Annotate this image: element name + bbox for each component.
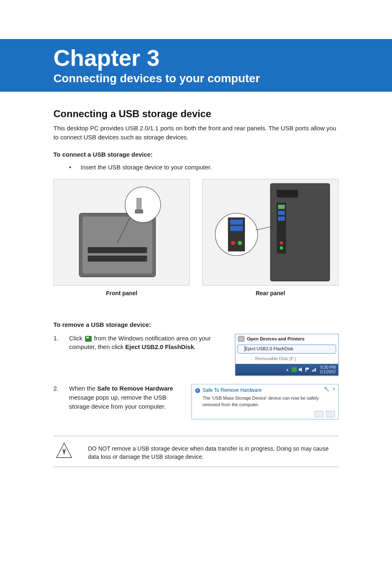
open-devices-item[interactable]: Open Devices and Printers xyxy=(235,334,338,344)
svg-rect-5 xyxy=(137,198,141,210)
notify-actions: 🔧 ✕ xyxy=(324,386,336,393)
svg-rect-10 xyxy=(277,202,286,253)
step2-post: message pops up, remove the USB storage … xyxy=(69,394,166,410)
clock-date: 1/1/2002 xyxy=(320,370,336,374)
svg-rect-11 xyxy=(278,204,285,208)
warning-block: DO NOT remove a USB storage device when … xyxy=(53,436,339,467)
devices-printers-icon xyxy=(238,336,244,342)
svg-rect-27 xyxy=(312,370,313,372)
step1-bold: Eject USB2.0 FlashDisk xyxy=(125,343,194,350)
wrench-icon[interactable]: 🔧 xyxy=(324,386,330,393)
notify-footer xyxy=(195,411,335,417)
close-icon[interactable]: ✕ xyxy=(332,386,336,393)
taskbar: ▴ 8:30 PM 1/1/2002 xyxy=(235,364,338,375)
svg-rect-3 xyxy=(88,255,147,261)
safe-remove-notification: 🔧 ✕ Safe To Remove Hardware The 'USB Mas… xyxy=(191,384,339,419)
svg-rect-9 xyxy=(277,190,298,197)
step1-pre: Click xyxy=(69,335,84,342)
svg-point-14 xyxy=(280,241,283,244)
page: Chapter 3 Connecting devices to your com… xyxy=(0,39,392,583)
eject-popup: Open Devices and Printers Eject USB2.0 F… xyxy=(235,334,339,376)
step-2: 2. When the Safe to Remove Hardware mess… xyxy=(53,384,339,419)
svg-rect-2 xyxy=(88,247,147,253)
step-2-text: When the Safe to Remove Hardware message… xyxy=(69,384,191,411)
content-area: Connecting a USB storage device This des… xyxy=(0,92,392,467)
connect-subheading: To connect a USB storage device: xyxy=(53,151,339,158)
svg-point-21 xyxy=(238,241,242,245)
svg-rect-26 xyxy=(307,368,309,370)
svg-point-15 xyxy=(280,246,283,250)
chapter-banner: Chapter 3 Connecting devices to your com… xyxy=(0,39,392,92)
footer-button-1[interactable] xyxy=(314,411,323,417)
connect-bullet-text: Insert the USB storage device to your co… xyxy=(81,164,212,171)
connect-bullet-row: • Insert the USB storage device to your … xyxy=(69,164,339,171)
system-clock[interactable]: 8:30 PM 1/1/2002 xyxy=(320,365,336,374)
removable-disk-label: Removable Disk (F:) xyxy=(255,356,296,362)
svg-rect-12 xyxy=(278,211,285,215)
svg-rect-13 xyxy=(278,216,285,220)
front-panel-col: Front panel xyxy=(53,179,190,296)
step2-bold: Safe to Remove Hardware xyxy=(97,385,173,392)
svg-point-4 xyxy=(125,187,161,222)
chapter-subtitle: Connecting devices to your computer xyxy=(53,72,392,85)
step2-pre: When the xyxy=(69,385,97,392)
eject-label: Eject USB2.0 FlashDisk xyxy=(245,346,293,351)
warning-text: DO NOT remove a USB storage device when … xyxy=(88,442,339,461)
open-devices-label: Open Devices and Printers xyxy=(247,336,304,342)
step-1-text: Click from the Windows notification area… xyxy=(69,334,235,352)
chapter-title: Chapter 3 xyxy=(53,46,392,69)
notify-title: Safe To Remove Hardware xyxy=(203,387,262,394)
network-icon[interactable] xyxy=(311,367,316,372)
step-1: 1. Click from the Windows notification a… xyxy=(53,334,339,376)
panel-illustrations: Front panel xyxy=(53,179,339,296)
step1-end: . xyxy=(194,343,196,350)
svg-point-20 xyxy=(231,241,235,245)
warning-icon xyxy=(53,442,75,459)
clock-time: 8:30 PM xyxy=(321,365,336,370)
eject-item[interactable]: Eject USB2.0 FlashDisk xyxy=(238,345,336,354)
bullet-mark: • xyxy=(69,164,81,171)
svg-rect-19 xyxy=(230,226,243,231)
rear-panel-illustration xyxy=(202,179,339,286)
notify-body: The 'USB Mass Storage Device' device can… xyxy=(195,395,335,408)
step-1-number: 1. xyxy=(53,334,69,343)
rear-panel-col: Rear panel xyxy=(202,179,339,296)
remove-subheading: To remove a USB storage device: xyxy=(53,321,339,328)
step-2-number: 2. xyxy=(53,384,69,393)
rear-panel-label: Rear panel xyxy=(202,290,339,296)
notify-title-row: Safe To Remove Hardware xyxy=(195,387,335,394)
svg-rect-25 xyxy=(305,368,306,372)
tray-icons xyxy=(292,367,316,372)
safely-remove-icon[interactable] xyxy=(292,367,297,372)
footer-button-2[interactable] xyxy=(326,411,335,417)
front-panel-label: Front panel xyxy=(53,290,190,296)
front-panel-illustration xyxy=(53,179,190,286)
tray-chevron-icon[interactable]: ▴ xyxy=(286,367,288,373)
info-icon xyxy=(195,388,200,393)
svg-rect-1 xyxy=(83,216,152,273)
svg-rect-23 xyxy=(292,367,297,372)
section-heading: Connecting a USB storage device xyxy=(53,108,339,120)
svg-rect-28 xyxy=(314,369,314,372)
safely-remove-tray-icon xyxy=(85,336,92,342)
intro-paragraph: This desktop PC provides USB 2.0/1.1 por… xyxy=(53,124,339,142)
svg-marker-24 xyxy=(299,367,302,372)
svg-rect-6 xyxy=(135,210,143,213)
volume-icon[interactable] xyxy=(298,367,303,372)
svg-rect-18 xyxy=(230,220,243,224)
removable-disk-item[interactable]: - Removable Disk (F:) xyxy=(235,354,338,364)
flag-icon[interactable] xyxy=(305,367,310,372)
svg-rect-29 xyxy=(315,368,316,372)
